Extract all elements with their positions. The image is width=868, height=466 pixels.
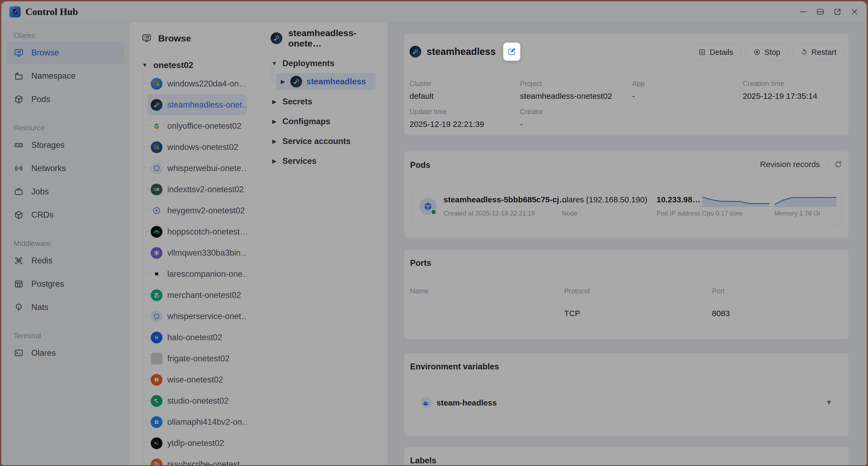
svg-text:H: H [155,335,158,340]
sidebar-item-namespace[interactable]: Namespace [7,64,124,88]
titlebar: Control Hub [1,1,867,22]
maximize-icon[interactable] [816,7,825,16]
sidebar-item-redis[interactable]: Redis [7,249,124,272]
storages-icon [14,140,24,150]
whisper-app-icon: Whisper [151,162,162,174]
browse-item-label: wise-onetest02 [167,375,223,385]
browse-item[interactable]: onlyoffice-onetest02 [147,115,247,136]
networks-icon [14,163,24,174]
sidebar-item-olares[interactable]: Olares [7,341,124,365]
env-container-row[interactable]: steam-headless ▼ [409,384,842,421]
browse-item[interactable]: windows220da4-on… [147,73,247,94]
minimize-icon[interactable] [799,7,808,16]
pod-memory-label: Memory 1.78 Gi [774,210,820,217]
ports-cell: TCP [564,309,580,318]
tts-app-icon: IndexTTS [151,184,162,195]
chevron-right-icon[interactable]: ▶ [271,118,278,125]
info-label: App [632,80,645,88]
pod-running-dot [431,209,437,215]
ports-cell: 8083 [712,309,730,318]
sidebar-item-nats[interactable]: Nats [7,296,124,319]
chevron-right-icon[interactable]: ▶ [271,138,278,145]
tree-item-services[interactable]: ▶Services [259,151,387,171]
browse-icon [142,33,152,43]
browse-item[interactable]: IndexTTSindexttsv2-onetest02 [147,179,247,200]
svg-text:TTS: TTS [154,189,157,191]
ufo-app-icon [151,226,162,238]
chevron-right-icon[interactable]: ▶ [271,158,278,164]
sidebar-item-browse[interactable]: Browse [7,41,124,64]
browse-item[interactable]: wise-onetest02 [147,369,247,390]
button-label: Details [710,48,733,57]
info-value: 2025-12-19 17:35:14 [743,92,817,101]
browse-item[interactable]: Whisperwhisperwebui-onete… [147,158,247,179]
tree-item-configmaps[interactable]: ▶Configmaps [259,112,387,131]
close-icon[interactable] [850,7,859,16]
sidebar-item-postgres[interactable]: Postgres [7,272,124,296]
info-field-update-time: Update time2025-12-19 22:21:39 [409,107,484,129]
browse-item[interactable]: steamheadless-onet… [147,94,247,115]
sidebar-item-label: Storages [31,140,64,150]
info-field-project: Projectsteamheadless-onetest02 [520,80,612,101]
restart-button[interactable]: Restart [793,43,844,61]
tree-item-service-accounts[interactable]: ▶Service accounts [259,131,387,151]
browse-item[interactable]: hoppscotch-onetest… [147,221,247,242]
sidebar-item-pods[interactable]: Pods [7,88,124,111]
pen-app-icon [151,395,162,407]
nats-icon [14,302,24,312]
chevron-right-icon[interactable]: ▶ [280,79,286,85]
chevron-down-icon[interactable]: ▼ [142,62,148,68]
table-divider [409,298,842,299]
pod-node: olares (192.168.50.190) [562,195,647,204]
sidebar-item-crds[interactable]: CRDs [7,203,124,226]
deployment-title: steamheadless [427,46,496,57]
env-item-name: steam-headless [437,398,497,407]
browse-item[interactable]: Hhalo-onetest02 [147,327,247,348]
chevron-down-icon[interactable]: ▼ [271,60,278,67]
sidebar-section-label: Resource [1,123,130,133]
stop-button[interactable]: Stop [745,43,788,61]
browse-item[interactable]: studio-onetest02 [147,390,247,411]
refresh-icon[interactable] [834,160,843,168]
browse-item[interactable]: rssubscribe-onetest… [147,454,247,465]
windows-flag-app-icon [151,78,162,90]
browse-item[interactable]: frigate-onetest02 [147,348,247,369]
sidebar-item-storages[interactable]: Storages [7,133,124,157]
tree-item-steamheadless[interactable]: ▶steamheadless [276,73,375,90]
edit-button[interactable] [503,42,520,61]
info-field-creation-time: Creation time2025-12-19 17:35:14 [743,80,817,101]
tree-root-onetest02[interactable]: ▼ onetest02 [130,57,258,73]
tree-item-label: Service accounts [282,136,351,146]
tree-root-label: onetest02 [153,60,193,70]
chevron-right-icon[interactable]: ▶ [271,98,278,105]
cpu-sparkline [702,195,770,207]
browse-item[interactable]: larescompanion-one… [147,263,247,284]
sidebar-item-label: Pods [31,94,50,104]
window-controls [799,1,859,22]
restart-icon [800,49,808,56]
browse-item-label: steamheadless-onet… [167,100,247,110]
sidebar-item-jobs[interactable]: Jobs [7,180,124,203]
browse-item[interactable]: ollamaphi414bv2-on… [147,411,247,433]
browse-item-label: halo-onetest02 [167,333,222,342]
info-value: steamheadless-onetest02 [520,92,612,101]
revision-records-link[interactable]: Revision records [760,160,820,169]
pod-row[interactable]: steamheadless-5bbb685c75-cj… Created at … [411,187,841,225]
ports-card: Ports NameProtocolPortTCP8083 [404,249,848,339]
open-external-icon[interactable] [833,7,842,16]
browse-item[interactable]: windows-onetest02 [147,136,247,158]
tree-item-deployments[interactable]: ▼Deployments [259,56,387,71]
sidebar-item-networks[interactable]: Networks [7,157,124,180]
details-button[interactable]: Details [690,43,741,61]
browse-item-label: frigate-onetest02 [167,354,230,364]
namespace-icon [14,71,24,81]
tree-item-secrets[interactable]: ▶Secrets [259,92,387,112]
browse-item[interactable]: ytdlp-onetest02 [147,433,247,454]
browse-item[interactable]: merchant-onetest02 [147,284,247,306]
browse-item[interactable]: Whisperwhisperservice-onet… [147,306,247,327]
browse-item[interactable]: heygemv2-onetest02 [147,200,247,221]
knot-app-icon [151,247,162,259]
chevron-down-icon[interactable]: ▼ [826,398,832,407]
browse-item-label: rssubscribe-onetest… [167,460,247,465]
browse-item[interactable]: vllmqwen330ba3bin… [147,242,247,263]
